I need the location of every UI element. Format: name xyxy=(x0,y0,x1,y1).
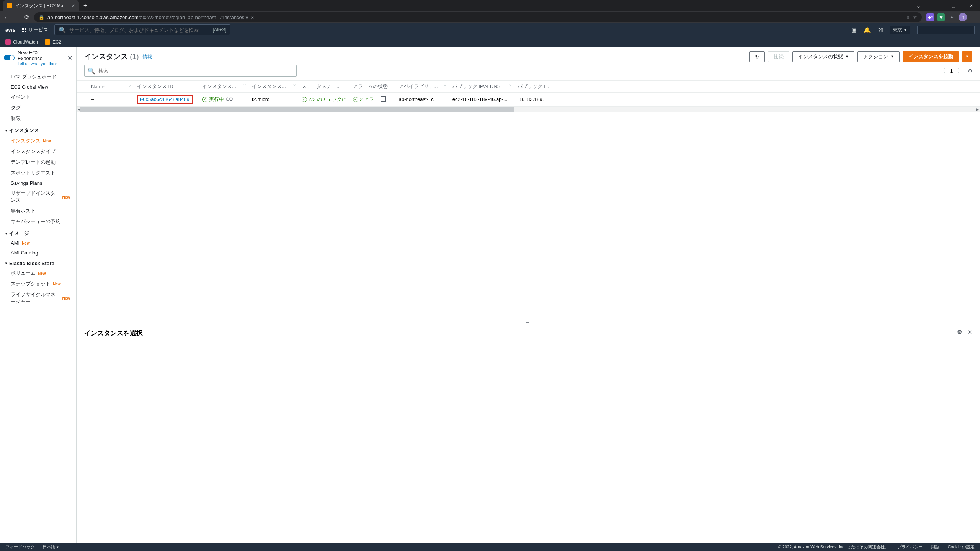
cloudwatch-icon xyxy=(5,39,11,45)
address-bar: ← → ⟳ 🔒 ap-northeast-1.console.aws.amazo… xyxy=(0,11,980,23)
new-tab-button[interactable]: + xyxy=(79,2,91,9)
nav-savings-plans[interactable]: Savings Plans xyxy=(0,178,76,188)
lock-icon: 🔒 xyxy=(39,15,44,20)
experience-close-icon[interactable]: ✕ xyxy=(67,54,72,62)
nav-section-ebs[interactable]: Elastic Block Store xyxy=(0,258,76,268)
new-experience-banner: New EC2 Experience Tell us what you thin… xyxy=(0,47,76,69)
nav-snapshots[interactable]: スナップショット New xyxy=(0,279,76,289)
nav-events[interactable]: イベント xyxy=(0,92,76,103)
launch-instance-button[interactable]: インスタンスを起動 xyxy=(903,51,959,62)
extension-2-icon[interactable]: ✱ xyxy=(937,13,945,21)
feedback-link[interactable]: フィードバック xyxy=(5,544,35,550)
nav-section-instances[interactable]: インスタンス xyxy=(0,124,76,135)
cell-ip: 18.183.189. xyxy=(514,93,980,106)
aws-search[interactable]: 🔍 [Alt+S] xyxy=(54,24,230,35)
instance-state-dropdown[interactable]: インスタンスの状態▼ xyxy=(792,51,854,62)
nav-capacity-reservations[interactable]: キャパシティーの予約 xyxy=(0,216,76,227)
nav-reload-button[interactable]: ⟳ xyxy=(24,14,29,21)
footer-privacy[interactable]: プライバシー xyxy=(897,544,923,550)
search-icon: 🔍 xyxy=(88,67,95,75)
aws-logo[interactable]: aws xyxy=(5,27,15,33)
state-detail-icon[interactable]: ⊝⊝ xyxy=(225,96,232,102)
nav-launch-templates[interactable]: テンプレートの起動 xyxy=(0,157,76,168)
select-all-checkbox[interactable] xyxy=(80,83,80,90)
nav-ami-catalog[interactable]: AMI Catalog xyxy=(0,248,76,258)
footer-terms[interactable]: 用語 xyxy=(931,544,939,550)
actions-dropdown[interactable]: アクション▼ xyxy=(858,51,900,62)
scroll-right-arrow[interactable]: ▶ xyxy=(975,107,980,112)
detail-close-icon[interactable]: ✕ xyxy=(967,329,972,336)
nav-dedicated-hosts[interactable]: 専有ホスト xyxy=(0,205,76,216)
launch-instance-dropdown[interactable]: ▼ xyxy=(962,51,972,62)
refresh-icon: ↻ xyxy=(755,54,759,60)
url-field[interactable]: 🔒 ap-northeast-1.console.aws.amazon.com/… xyxy=(34,12,922,22)
window-close-button[interactable]: ✕ xyxy=(962,0,980,11)
scroll-thumb[interactable] xyxy=(80,107,514,112)
footer-cookie[interactable]: Cookie の設定 xyxy=(948,544,975,550)
nav-section-images[interactable]: イメージ xyxy=(0,227,76,238)
detail-pane: インスタンスを選択 ⚙ ✕ xyxy=(77,324,980,543)
bookmark-star-icon[interactable]: ☆ xyxy=(913,15,917,20)
experience-feedback-link[interactable]: Tell us what you think xyxy=(18,61,64,66)
notifications-bell-icon[interactable]: 🔔 xyxy=(864,26,871,33)
col-public-ip[interactable]: パブリック I... xyxy=(514,81,980,93)
profile-avatar[interactable]: h xyxy=(959,13,967,21)
detail-settings-icon[interactable]: ⚙ xyxy=(957,329,962,336)
cell-status-check: 2/2 のチェックに xyxy=(302,96,347,103)
services-menu-button[interactable]: サービス xyxy=(21,26,48,33)
aws-search-input[interactable] xyxy=(69,27,209,33)
nav-ami[interactable]: AMI New xyxy=(0,238,76,248)
nav-reserved-instances[interactable]: リザーブドインスタンスNew xyxy=(0,188,76,205)
account-menu[interactable] xyxy=(917,26,975,34)
url-text: ap-northeast-1.console.aws.amazon.com/ec… xyxy=(47,15,903,20)
cell-az: ap-northeast-1c xyxy=(396,93,449,106)
filter-search[interactable]: 🔍 xyxy=(84,65,297,77)
horizontal-scrollbar[interactable]: ◀ ▶ xyxy=(77,107,980,112)
add-alarm-button[interactable]: + xyxy=(381,96,386,102)
nav-tags[interactable]: タグ xyxy=(0,103,76,113)
col-instance-id[interactable]: インスタンス ID xyxy=(134,81,199,93)
browser-tab[interactable]: インスタンス | EC2 Management Co ✕ xyxy=(3,0,79,11)
nav-instances[interactable]: インスタンスNew xyxy=(0,135,76,146)
bookmark-ec2[interactable]: EC2 xyxy=(45,39,61,45)
extension-1-icon[interactable]: ◆2 xyxy=(926,13,934,21)
window-minimize-button[interactable]: ─ xyxy=(927,0,945,11)
col-status-check[interactable]: ステータスチェ... xyxy=(299,81,350,93)
col-instance-state[interactable]: インスタンス...▽ xyxy=(199,81,249,93)
nav-limits[interactable]: 制限 xyxy=(0,113,76,124)
col-alarm-status[interactable]: アラームの状態 xyxy=(350,81,396,93)
filter-input[interactable] xyxy=(98,68,293,74)
nav-instance-types[interactable]: インスタンスタイプ xyxy=(0,146,76,157)
nav-lifecycle-manager[interactable]: ライフサイクルマネージャー New xyxy=(0,289,76,307)
nav-ec2-global-view[interactable]: EC2 Global View xyxy=(0,82,76,92)
nav-back-button[interactable]: ← xyxy=(4,14,10,21)
region-selector[interactable]: 東京 ▼ xyxy=(890,26,910,34)
col-name[interactable]: Name▽ xyxy=(88,81,134,93)
row-checkbox[interactable] xyxy=(80,96,80,103)
window-maximize-button[interactable]: ▢ xyxy=(945,0,962,11)
col-availability-zone[interactable]: アベイラビリテ...▽ xyxy=(396,81,449,93)
connect-button: 接続 xyxy=(768,51,789,62)
ec2-icon xyxy=(45,39,50,45)
info-link[interactable]: 情報 xyxy=(143,54,152,60)
col-instance-type[interactable]: インスタンス...▽ xyxy=(249,81,299,93)
browser-menu-icon[interactable]: ⋮ xyxy=(970,14,976,21)
aws-favorites-bar: CloudWatch EC2 xyxy=(0,37,980,47)
experience-toggle[interactable] xyxy=(4,55,15,60)
bookmark-cloudwatch[interactable]: CloudWatch xyxy=(5,39,38,45)
refresh-button[interactable]: ↻ xyxy=(749,51,765,62)
nav-volumes[interactable]: ボリューム New xyxy=(0,268,76,279)
nav-ec2-dashboard[interactable]: EC2 ダッシュボード xyxy=(0,72,76,82)
extensions-puzzle-icon[interactable]: ✦ xyxy=(948,13,956,21)
tab-close-icon[interactable]: ✕ xyxy=(71,3,75,8)
language-selector[interactable]: 日本語 xyxy=(42,544,59,550)
cloudshell-icon[interactable]: ▣ xyxy=(851,26,857,33)
table-row[interactable]: – i-0c5ab6c48648a8489 実行中 ⊝⊝ t2.micro 2/… xyxy=(77,93,980,106)
table-settings-icon[interactable]: ⚙ xyxy=(967,67,972,74)
col-public-dns[interactable]: パブリック IPv4 DNS▽ xyxy=(449,81,514,93)
help-icon[interactable]: ?⃝ xyxy=(878,27,883,33)
share-icon[interactable]: ⇪ xyxy=(906,15,910,20)
nav-spot-requests[interactable]: スポットリクエスト xyxy=(0,168,76,178)
cell-instance-id[interactable]: i-0c5ab6c48648a8489 xyxy=(137,95,193,104)
browser-dropdown-icon[interactable] xyxy=(910,0,927,11)
